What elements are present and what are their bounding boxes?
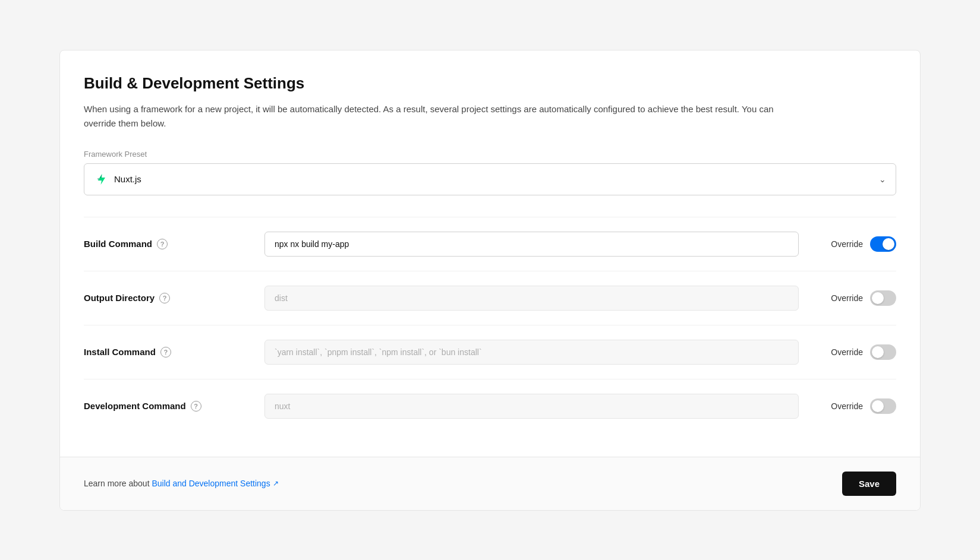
nuxt-icon [94,172,108,186]
build-command-input-wrapper [264,232,799,257]
output-directory-override-section: Override [813,290,896,306]
footer-text: Learn more about Build and Development S… [84,479,279,488]
main-content: Build & Development Settings When using … [60,50,920,457]
framework-preset-section: Framework Preset Nuxt.js ⌄ [84,150,896,195]
install-command-row: Install Command ? Override [84,325,896,379]
save-button[interactable]: Save [842,472,896,496]
output-directory-input[interactable] [264,286,799,311]
output-directory-toggle-knob [872,292,884,304]
development-command-override-section: Override [813,398,896,414]
build-command-help-icon[interactable]: ? [157,239,168,249]
chevron-down-icon: ⌄ [879,175,886,184]
development-command-row: Development Command ? Override [84,379,896,433]
build-command-toggle-knob [883,238,894,250]
development-command-input-wrapper [264,394,799,419]
framework-preset-select[interactable]: Nuxt.js ⌄ [84,163,896,195]
install-command-override-section: Override [813,344,896,360]
build-command-input[interactable] [264,232,799,257]
page-title: Build & Development Settings [84,74,896,93]
build-command-row: Build Command ? Override [84,217,896,271]
install-command-toggle[interactable] [870,344,896,360]
page-description: When using a framework for a new project… [84,102,797,131]
footer: Learn more about Build and Development S… [60,457,920,510]
development-command-label-section: Development Command ? [84,401,250,412]
output-directory-label: Output Directory [84,293,155,303]
output-directory-help-icon[interactable]: ? [159,293,170,303]
install-command-input-wrapper [264,340,799,365]
development-command-help-icon[interactable]: ? [191,401,201,412]
development-command-override-label: Override [831,401,863,411]
development-command-toggle[interactable] [870,398,896,414]
install-command-label: Install Command [84,347,156,357]
install-command-help-icon[interactable]: ? [160,347,171,357]
framework-name: Nuxt.js [114,174,141,184]
build-command-label-section: Build Command ? [84,239,250,249]
output-directory-input-wrapper [264,286,799,311]
build-command-label: Build Command [84,239,152,249]
footer-link[interactable]: Build and Development Settings ↗ [152,479,278,488]
install-command-label-section: Install Command ? [84,347,250,357]
output-directory-override-label: Override [831,293,863,303]
framework-select-left: Nuxt.js [94,172,141,186]
install-command-input[interactable] [264,340,799,365]
development-command-toggle-knob [872,400,884,412]
install-command-override-label: Override [831,347,863,357]
build-command-toggle[interactable] [870,236,896,252]
development-command-input[interactable] [264,394,799,419]
development-command-label: Development Command [84,401,186,411]
settings-page: Build & Development Settings When using … [59,50,921,511]
footer-static-text: Learn more about [84,479,152,488]
build-command-override-label: Override [831,239,863,249]
output-directory-row: Output Directory ? Override [84,271,896,325]
output-directory-toggle[interactable] [870,290,896,306]
install-command-toggle-knob [872,346,884,358]
output-directory-label-section: Output Directory ? [84,293,250,303]
footer-link-label: Build and Development Settings [152,479,270,488]
external-link-icon: ↗ [273,479,279,488]
build-command-override-section: Override [813,236,896,252]
framework-preset-label: Framework Preset [84,150,896,159]
